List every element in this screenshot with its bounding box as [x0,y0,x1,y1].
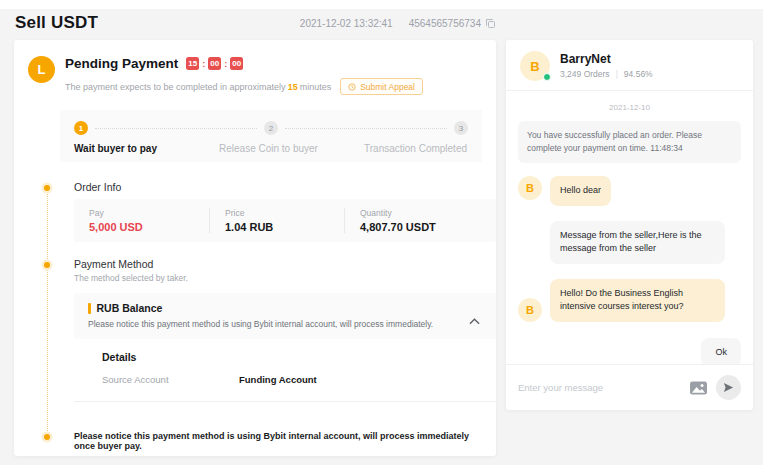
submit-appeal-label: Submit Appeal [360,82,415,92]
source-account-value: Funding Account [239,374,317,385]
page-header: Sell USDT 2021-12-02 13:32:41 4564565756… [15,13,496,33]
step-connector [95,128,257,129]
quantity-value: 4,807.70 USDT [360,221,496,233]
chat-message-seller: B Hello! Do the Business English intensi… [518,279,741,322]
chat-message-buyer: Ok [518,338,741,364]
clock-icon [348,83,356,91]
payment-method-panel: RUB Balance Please notice this payment m… [74,293,496,402]
timer-colon: : [202,59,205,69]
order-info-title: Order Info [74,181,121,193]
timer-minutes: 00 [208,57,221,70]
chat-message-seller: B Hello dear [518,176,741,206]
step-label-release-coin: Release Coin to buyer [219,143,364,154]
message-avatar: B [518,176,542,200]
detail-row-source-account: Source Account Funding Account [102,374,482,385]
send-message-button[interactable] [716,375,741,400]
quantity-label: Quantity [360,208,496,218]
seller-orders-count: 3,249 Orders [560,69,610,79]
header-meta: 2021-12-02 13:32:41 4564565756734 [300,18,496,29]
chat-panel: B BarryNet 3,249 Orders | 94.56% 2021-12… [506,40,753,410]
status-subtitle: The payment expects to be completed in a… [65,78,423,95]
step-circle-1: 1 [74,121,88,135]
chat-header: B BarryNet 3,249 Orders | 94.56% [506,40,753,91]
chat-message-list: 2021-12-10 You have successfully placed … [506,91,753,364]
submit-appeal-button[interactable]: Submit Appeal [340,78,423,95]
step-label-transaction-completed: Transaction Completed [364,143,468,154]
step-connector [285,128,447,129]
order-info-card: Pay 5,000 USD Price 1.04 RUB Quantity 4,… [74,199,496,242]
pay-label: Pay [89,208,209,218]
source-account-label: Source Account [102,374,239,385]
step-circle-2: 2 [264,121,278,135]
order-detail-card: L Pending Payment 15 : 00 : 00 The payme… [14,40,496,456]
order-info-pay: Pay 5,000 USD [74,208,209,233]
message-bubble: Ok [701,338,741,364]
price-label: Price [225,208,344,218]
timeline-bullet [44,262,50,268]
chat-date-divider: 2021-12-10 [518,103,741,112]
pending-payment-section: L Pending Payment 15 : 00 : 00 The payme… [28,56,423,95]
timeline-bullet [44,434,50,440]
message-bubble: Hello! Do the Business English intensive… [550,279,725,322]
order-id-wrap: 4564565756734 [409,18,496,29]
accent-bar [88,303,91,314]
subtitle-minutes: 15 [286,82,300,92]
payment-method-header[interactable]: RUB Balance Please notice this payment m… [74,293,496,339]
message-bubble: Hello dear [550,176,611,206]
subtitle-prefix: The payment expects to be completed in a… [65,82,286,92]
message-avatar: B [518,298,542,322]
footer-notice: Please notice this payment method is usi… [74,431,492,451]
payment-method-details: Details Source Account Funding Account [74,339,496,402]
top-strip [0,0,763,9]
pay-value: 5,000 USD [89,221,209,233]
timeline-rail [47,192,48,435]
step-circle-3: 3 [454,121,468,135]
seller-name: BarryNet [560,52,653,66]
timer-seconds: 00 [230,57,243,70]
countdown-timer: 15 : 00 : 00 [186,57,243,70]
method-name: RUB Balance [97,302,163,314]
step-label-wait-buyer: Wait buyer to pay [74,143,219,154]
status-title: Pending Payment [65,56,178,71]
page-title: Sell USDT [15,13,98,33]
chat-message-input[interactable] [518,382,681,393]
order-info-price: Price 1.04 RUB [209,208,344,233]
stat-separator: | [616,69,618,79]
chat-message-auto: Message from the seller,Here is the mess… [550,221,741,264]
system-message: You have successfully placed an order. P… [518,121,741,163]
copy-icon[interactable] [485,18,496,29]
price-value: 1.04 RUB [225,221,344,233]
order-id: 4564565756734 [409,18,481,29]
seller-avatar: B [520,51,550,81]
chat-input-bar [506,364,753,410]
timeline-bullet [44,185,50,191]
order-info-quantity: Quantity 4,807.70 USDT [344,208,496,233]
payment-method-subtitle: The method selected by taker. [74,273,188,283]
online-status-dot [543,73,551,81]
seller-completion-rate: 94.56% [624,69,653,79]
payment-method-title: Payment Method [74,258,153,270]
seller-stats: 3,249 Orders | 94.56% [560,69,653,79]
message-bubble: Message from the seller,Here is the mess… [550,221,725,264]
timer-colon: : [224,59,227,69]
order-progress-stepper: 1 2 3 Wait buyer to pay Release Coin to … [60,110,482,162]
order-timestamp: 2021-12-02 13:32:41 [300,18,393,29]
attach-image-icon[interactable] [689,380,708,396]
status-avatar: L [28,56,55,83]
subtitle-suffix: minutes [300,82,332,92]
chevron-up-icon[interactable] [469,311,480,329]
timer-hours: 15 [186,57,199,70]
details-title: Details [102,351,482,363]
method-note: Please notice this payment method is usi… [88,319,482,329]
